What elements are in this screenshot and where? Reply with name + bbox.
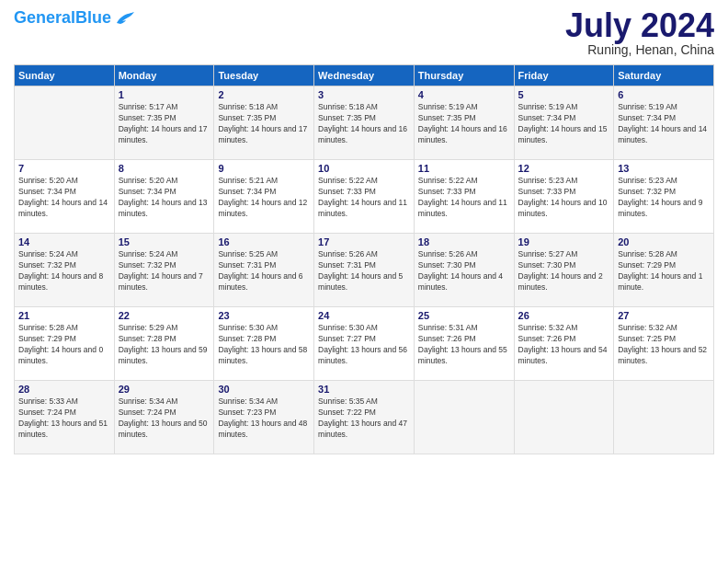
day-info: Sunrise: 5:29 AMSunset: 7:28 PMDaylight:…: [119, 323, 210, 367]
calendar-cell-4-6: [614, 381, 714, 454]
day-number: 22: [119, 310, 210, 321]
header-monday: Monday: [114, 65, 214, 86]
calendar-cell-1-0: 7Sunrise: 5:20 AMSunset: 7:34 PMDaylight…: [15, 160, 115, 234]
logo-blue: Blue: [75, 8, 111, 27]
day-number: 4: [418, 89, 510, 100]
calendar-cell-0-0: [15, 86, 115, 160]
day-info: Sunrise: 5:30 AMSunset: 7:27 PMDaylight:…: [318, 323, 410, 367]
calendar-cell-1-2: 9Sunrise: 5:21 AMSunset: 7:34 PMDaylight…: [214, 160, 314, 234]
header: GeneralBlue July 2024 Runing, Henan, Chi…: [14, 9, 714, 57]
day-info: Sunrise: 5:30 AMSunset: 7:28 PMDaylight:…: [218, 323, 310, 367]
calendar-cell-1-3: 10Sunrise: 5:22 AMSunset: 7:33 PMDayligh…: [314, 160, 415, 234]
day-info: Sunrise: 5:17 AMSunset: 7:35 PMDaylight:…: [119, 102, 210, 146]
day-number: 24: [318, 310, 410, 321]
calendar-cell-2-3: 17Sunrise: 5:26 AMSunset: 7:31 PMDayligh…: [314, 234, 415, 307]
day-number: 7: [18, 163, 110, 174]
day-number: 30: [218, 384, 310, 395]
calendar-header: Sunday Monday Tuesday Wednesday Thursday…: [15, 65, 714, 86]
header-thursday: Thursday: [414, 65, 514, 86]
calendar-cell-4-1: 29Sunrise: 5:34 AMSunset: 7:24 PMDayligh…: [114, 381, 214, 454]
day-number: 6: [618, 89, 710, 100]
day-number: 23: [218, 310, 310, 321]
day-number: 25: [418, 310, 510, 321]
day-number: 3: [318, 89, 410, 100]
day-number: 5: [518, 89, 610, 100]
day-number: 15: [119, 236, 210, 247]
day-info: Sunrise: 5:32 AMSunset: 7:26 PMDaylight:…: [518, 323, 610, 367]
calendar-cell-3-2: 23Sunrise: 5:30 AMSunset: 7:28 PMDayligh…: [214, 307, 314, 381]
day-info: Sunrise: 5:28 AMSunset: 7:29 PMDaylight:…: [618, 249, 710, 293]
calendar-week-0: 1Sunrise: 5:17 AMSunset: 7:35 PMDaylight…: [15, 86, 714, 160]
calendar-cell-3-5: 26Sunrise: 5:32 AMSunset: 7:26 PMDayligh…: [514, 307, 614, 381]
calendar-cell-4-4: [414, 381, 514, 454]
page: GeneralBlue July 2024 Runing, Henan, Chi…: [0, 0, 728, 563]
day-number: 28: [18, 384, 110, 395]
calendar-cell-2-0: 14Sunrise: 5:24 AMSunset: 7:32 PMDayligh…: [15, 234, 115, 307]
header-sunday: Sunday: [15, 65, 115, 86]
calendar-table: Sunday Monday Tuesday Wednesday Thursday…: [14, 64, 714, 454]
day-info: Sunrise: 5:34 AMSunset: 7:23 PMDaylight:…: [218, 396, 310, 441]
day-number: 19: [518, 236, 610, 247]
calendar-cell-1-6: 13Sunrise: 5:23 AMSunset: 7:32 PMDayligh…: [614, 160, 714, 234]
calendar-cell-2-5: 19Sunrise: 5:27 AMSunset: 7:30 PMDayligh…: [514, 234, 614, 307]
day-number: 1: [119, 89, 210, 100]
day-info: Sunrise: 5:27 AMSunset: 7:30 PMDaylight:…: [518, 249, 610, 293]
day-info: Sunrise: 5:23 AMSunset: 7:33 PMDaylight:…: [518, 176, 610, 220]
day-info: Sunrise: 5:20 AMSunset: 7:34 PMDaylight:…: [18, 176, 110, 220]
day-info: Sunrise: 5:25 AMSunset: 7:31 PMDaylight:…: [218, 249, 310, 293]
month-year-title: July 2024: [565, 9, 714, 42]
day-number: 16: [218, 236, 310, 247]
day-info: Sunrise: 5:21 AMSunset: 7:34 PMDaylight:…: [218, 176, 310, 220]
logo-bird-icon: [115, 10, 135, 27]
calendar-cell-3-6: 27Sunrise: 5:32 AMSunset: 7:25 PMDayligh…: [614, 307, 714, 381]
day-info: Sunrise: 5:19 AMSunset: 7:35 PMDaylight:…: [418, 102, 510, 146]
calendar-body: 1Sunrise: 5:17 AMSunset: 7:35 PMDaylight…: [15, 86, 714, 454]
calendar-week-2: 14Sunrise: 5:24 AMSunset: 7:32 PMDayligh…: [15, 234, 714, 307]
day-info: Sunrise: 5:22 AMSunset: 7:33 PMDaylight:…: [318, 176, 410, 220]
day-number: 9: [218, 163, 310, 174]
logo-general: General: [14, 8, 75, 27]
calendar-cell-2-4: 18Sunrise: 5:26 AMSunset: 7:30 PMDayligh…: [414, 234, 514, 307]
calendar-cell-2-1: 15Sunrise: 5:24 AMSunset: 7:32 PMDayligh…: [114, 234, 214, 307]
day-number: 14: [18, 236, 110, 247]
day-info: Sunrise: 5:31 AMSunset: 7:26 PMDaylight:…: [418, 323, 510, 367]
day-number: 26: [518, 310, 610, 321]
day-info: Sunrise: 5:18 AMSunset: 7:35 PMDaylight:…: [218, 102, 310, 146]
day-info: Sunrise: 5:24 AMSunset: 7:32 PMDaylight:…: [119, 249, 210, 293]
day-info: Sunrise: 5:23 AMSunset: 7:32 PMDaylight:…: [618, 176, 710, 220]
day-info: Sunrise: 5:26 AMSunset: 7:31 PMDaylight:…: [318, 249, 410, 293]
calendar-cell-0-5: 5Sunrise: 5:19 AMSunset: 7:34 PMDaylight…: [514, 86, 614, 160]
calendar-cell-1-5: 12Sunrise: 5:23 AMSunset: 7:33 PMDayligh…: [514, 160, 614, 234]
header-tuesday: Tuesday: [214, 65, 314, 86]
logo: GeneralBlue: [14, 9, 135, 28]
day-info: Sunrise: 5:33 AMSunset: 7:24 PMDaylight:…: [18, 396, 110, 441]
calendar-cell-4-3: 31Sunrise: 5:35 AMSunset: 7:22 PMDayligh…: [314, 381, 415, 454]
calendar-week-1: 7Sunrise: 5:20 AMSunset: 7:34 PMDaylight…: [15, 160, 714, 234]
calendar-cell-0-3: 3Sunrise: 5:18 AMSunset: 7:35 PMDaylight…: [314, 86, 415, 160]
header-friday: Friday: [514, 65, 614, 86]
calendar-cell-0-6: 6Sunrise: 5:19 AMSunset: 7:34 PMDaylight…: [614, 86, 714, 160]
calendar-cell-1-1: 8Sunrise: 5:20 AMSunset: 7:34 PMDaylight…: [114, 160, 214, 234]
calendar-cell-2-6: 20Sunrise: 5:28 AMSunset: 7:29 PMDayligh…: [614, 234, 714, 307]
day-info: Sunrise: 5:19 AMSunset: 7:34 PMDaylight:…: [518, 102, 610, 146]
calendar-cell-3-0: 21Sunrise: 5:28 AMSunset: 7:29 PMDayligh…: [15, 307, 115, 381]
day-info: Sunrise: 5:20 AMSunset: 7:34 PMDaylight:…: [119, 176, 210, 220]
day-number: 2: [218, 89, 310, 100]
calendar-cell-0-2: 2Sunrise: 5:18 AMSunset: 7:35 PMDaylight…: [214, 86, 314, 160]
calendar-cell-2-2: 16Sunrise: 5:25 AMSunset: 7:31 PMDayligh…: [214, 234, 314, 307]
day-number: 12: [518, 163, 610, 174]
header-row: Sunday Monday Tuesday Wednesday Thursday…: [15, 65, 714, 86]
day-number: 21: [18, 310, 110, 321]
calendar-week-3: 21Sunrise: 5:28 AMSunset: 7:29 PMDayligh…: [15, 307, 714, 381]
calendar-cell-0-1: 1Sunrise: 5:17 AMSunset: 7:35 PMDaylight…: [114, 86, 214, 160]
day-info: Sunrise: 5:28 AMSunset: 7:29 PMDaylight:…: [18, 323, 110, 367]
calendar-cell-4-5: [514, 381, 614, 454]
day-number: 29: [119, 384, 210, 395]
day-info: Sunrise: 5:19 AMSunset: 7:34 PMDaylight:…: [618, 102, 710, 146]
day-info: Sunrise: 5:32 AMSunset: 7:25 PMDaylight:…: [618, 323, 710, 367]
calendar-cell-1-4: 11Sunrise: 5:22 AMSunset: 7:33 PMDayligh…: [414, 160, 514, 234]
calendar-cell-4-0: 28Sunrise: 5:33 AMSunset: 7:24 PMDayligh…: [15, 381, 115, 454]
calendar-cell-3-3: 24Sunrise: 5:30 AMSunset: 7:27 PMDayligh…: [314, 307, 415, 381]
day-info: Sunrise: 5:18 AMSunset: 7:35 PMDaylight:…: [318, 102, 410, 146]
day-number: 8: [119, 163, 210, 174]
